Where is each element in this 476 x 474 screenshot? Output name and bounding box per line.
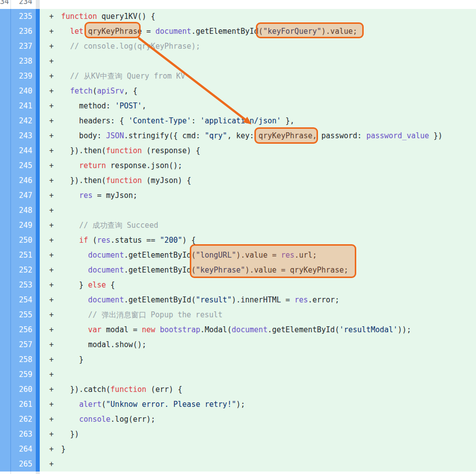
line-number-new[interactable]: 258 [11, 352, 36, 367]
line-number-old[interactable] [0, 442, 11, 457]
diff-row: 258+ } [0, 352, 476, 367]
diff-added-strip [36, 203, 40, 218]
diff-added-strip [36, 278, 40, 292]
line-number-old[interactable] [0, 54, 11, 69]
diff-added-strip [36, 337, 40, 352]
line-number-new[interactable]: 234 [11, 0, 36, 9]
line-number-new[interactable]: 256 [11, 322, 36, 337]
code-line: + document.getElementById("longURL").val… [40, 248, 476, 263]
line-number-old[interactable] [0, 382, 11, 397]
line-number-new[interactable]: 265 [11, 457, 36, 472]
line-number-new[interactable]: 254 [11, 292, 36, 307]
diff-plus-marker: + [49, 54, 61, 69]
line-number-old[interactable] [0, 39, 11, 54]
line-number-old[interactable] [0, 218, 11, 233]
line-number-new[interactable]: 246 [11, 173, 36, 188]
line-number-new[interactable]: 242 [11, 113, 36, 128]
line-number-new[interactable]: 241 [11, 98, 36, 113]
line-number-new[interactable]: 243 [11, 128, 36, 143]
line-number-new[interactable]: 263 [11, 427, 36, 442]
line-number-new[interactable]: 248 [11, 203, 36, 218]
diff-added-strip [36, 263, 40, 278]
line-number-new[interactable]: 251 [11, 248, 36, 263]
line-number-new[interactable]: 247 [11, 188, 36, 203]
line-number-old[interactable] [0, 113, 11, 128]
line-number-old[interactable] [0, 9, 11, 24]
diff-plus-marker: + [49, 457, 61, 472]
line-number-old[interactable] [0, 248, 11, 263]
diff-added-strip [36, 128, 40, 143]
line-number-new[interactable]: 236 [11, 24, 36, 39]
line-number-new[interactable]: 235 [11, 9, 36, 24]
line-number-old[interactable] [0, 427, 11, 442]
line-number-old[interactable] [0, 69, 11, 84]
diff-added-strip [36, 442, 40, 457]
line-number-new[interactable] [11, 472, 36, 474]
line-number-old[interactable] [0, 233, 11, 248]
line-number-new[interactable]: 255 [11, 307, 36, 322]
code-line: + res = myJson; [40, 188, 476, 203]
diff-row: 248+ [0, 203, 476, 218]
line-number-old[interactable] [0, 24, 11, 39]
line-number-old[interactable] [0, 84, 11, 98]
diff-row: 247+ res = myJson; [0, 188, 476, 203]
diff-added-strip [36, 84, 40, 98]
diff-added-strip [36, 427, 40, 442]
line-number-old[interactable] [0, 203, 11, 218]
line-number-old[interactable] [0, 278, 11, 292]
line-number-new[interactable]: 250 [11, 233, 36, 248]
line-number-new[interactable]: 262 [11, 412, 36, 427]
line-number-old[interactable] [0, 397, 11, 412]
line-number-old[interactable] [0, 98, 11, 113]
line-number-new[interactable]: 264 [11, 442, 36, 457]
diff-plus-marker: + [49, 352, 61, 367]
line-number-new[interactable]: 237 [11, 39, 36, 54]
line-number-old[interactable] [0, 263, 11, 278]
line-number-new[interactable]: 252 [11, 263, 36, 278]
diff-row: 245+ return response.json(); [0, 158, 476, 173]
diff-plus-marker: + [49, 307, 61, 322]
line-number-new[interactable]: 261 [11, 397, 36, 412]
line-number-new[interactable]: 240 [11, 84, 36, 98]
line-number-new[interactable]: 257 [11, 337, 36, 352]
diff-row: 263+ }) [0, 427, 476, 442]
diff-view: 234234235+function query1KV() {236+ let … [0, 0, 476, 474]
line-number-new[interactable]: 239 [11, 69, 36, 84]
diff-added-strip [36, 457, 40, 472]
line-number-new[interactable]: 253 [11, 278, 36, 292]
diff-row: 239+ // 从KV中查询 Query from KV [0, 69, 476, 84]
line-number-old[interactable] [0, 158, 11, 173]
diff-plus-marker: + [49, 412, 61, 427]
code-line: +} [40, 442, 476, 457]
diff-added-strip [36, 143, 40, 158]
line-number-old[interactable] [0, 472, 11, 474]
line-number-new[interactable]: 238 [11, 54, 36, 69]
diff-row: 241+ method: 'POST', [0, 98, 476, 113]
line-number-new[interactable]: 245 [11, 158, 36, 173]
code-line: +function query1KV() { [40, 9, 476, 24]
line-number-new[interactable]: 249 [11, 218, 36, 233]
code-line: + [40, 203, 476, 218]
code-line: + alert("Unknow error. Please retry!"); [40, 397, 476, 412]
line-number-old[interactable] [0, 143, 11, 158]
line-number-new[interactable]: 244 [11, 143, 36, 158]
diff-context-strip [36, 0, 40, 9]
code-line: + headers: { 'Content-Type': 'applicatio… [40, 113, 476, 128]
diff-row: 254+ document.getElementById("result").i… [0, 292, 476, 307]
line-number-old[interactable] [0, 457, 11, 472]
line-number-old[interactable] [0, 188, 11, 203]
line-number-old[interactable] [0, 412, 11, 427]
line-number-old[interactable] [0, 322, 11, 337]
line-number-old[interactable] [0, 292, 11, 307]
line-number-old[interactable] [0, 367, 11, 382]
line-number-old[interactable] [0, 128, 11, 143]
line-number-old[interactable] [0, 352, 11, 367]
line-number-old[interactable]: 234 [0, 0, 11, 9]
line-number-new[interactable]: 260 [11, 382, 36, 397]
line-number-new[interactable]: 259 [11, 367, 36, 382]
diff-plus-marker: + [49, 9, 61, 24]
line-number-old[interactable] [0, 337, 11, 352]
diff-plus-marker: + [49, 397, 61, 412]
line-number-old[interactable] [0, 173, 11, 188]
line-number-old[interactable] [0, 307, 11, 322]
